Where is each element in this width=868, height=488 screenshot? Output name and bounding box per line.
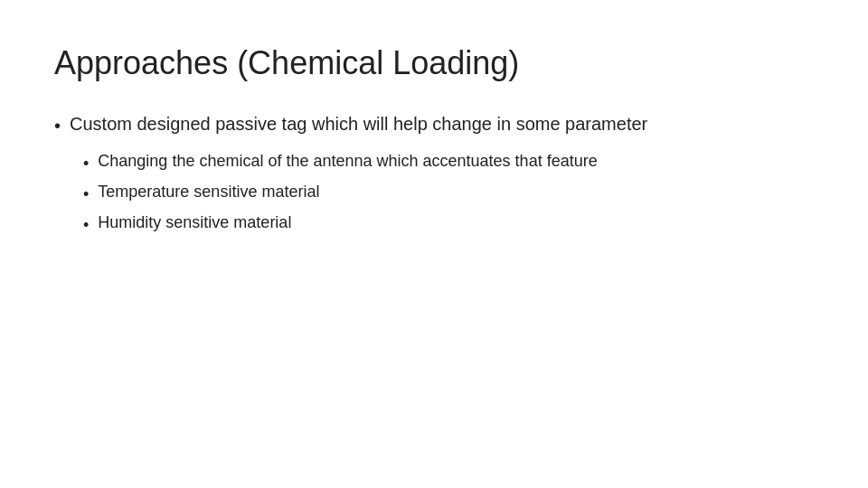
sub-bullet-1-text: Changing the chemical of the antenna whi… (98, 149, 597, 174)
slide-title: Approaches (Chemical Loading) (54, 43, 814, 82)
sub-bullet-3: • Humidity sensitive material (83, 211, 814, 238)
slide: Approaches (Chemical Loading) • Custom d… (0, 0, 868, 488)
main-bullet: • Custom designed passive tag which will… (54, 111, 814, 138)
sub-bullet-1-marker: • (83, 152, 89, 176)
sub-bullet-1: • Changing the chemical of the antenna w… (83, 149, 814, 176)
sub-bullets-list: • Changing the chemical of the antenna w… (83, 149, 814, 238)
sub-bullet-2-text: Temperature sensitive material (98, 180, 319, 204)
sub-bullet-3-text: Humidity sensitive material (98, 211, 291, 235)
main-bullet-marker: • (54, 113, 61, 138)
content-area: • Custom designed passive tag which will… (54, 111, 814, 238)
sub-bullet-3-marker: • (83, 213, 89, 238)
main-bullet-text: Custom designed passive tag which will h… (70, 111, 647, 136)
sub-bullet-2: • Temperature sensitive material (83, 180, 814, 207)
sub-bullet-2-marker: • (83, 183, 89, 207)
